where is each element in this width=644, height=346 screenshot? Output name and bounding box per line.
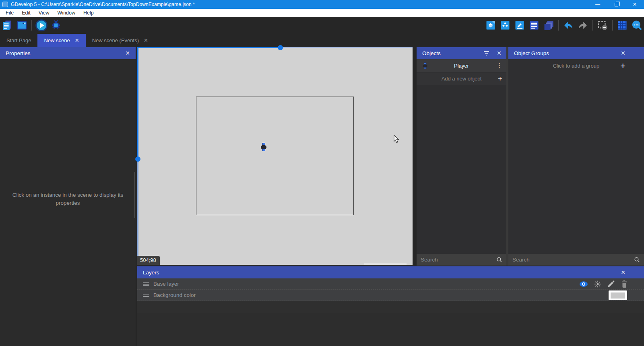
layer-effects-icon[interactable] [594,280,602,288]
color-swatch [611,292,625,299]
toolbar: 1:1 [0,17,644,34]
tab-start-page[interactable]: Start Page [0,34,37,47]
layers-panel-footer: Activate Windows Go to Settings to activ… [137,313,644,346]
tab-label: New scene [44,37,70,43]
delete-layer-trash-icon[interactable] [621,280,628,288]
groups-search-input[interactable] [512,257,640,263]
filter-icon[interactable] [483,51,489,56]
scrollbar-track [137,47,138,159]
titlebar: GDevelop 5 - C:\Users\Sparkle\OneDrive\D… [0,0,644,9]
scrollbar-thumb[interactable] [135,157,140,162]
toolbar-separator [612,20,613,31]
close-icon[interactable]: ✕ [621,269,625,276]
preview-button[interactable] [34,18,49,33]
open-object-groups-panel-button[interactable] [498,18,512,33]
groups-search-bar [508,254,644,266]
tab-label: Start Page [6,37,31,43]
close-icon[interactable]: ✕ [125,50,130,56]
scrollbar-thumb[interactable] [278,45,283,50]
panel-title: Object Groups [514,50,549,56]
vertical-scrollbar[interactable] [137,47,138,265]
menu-edit[interactable]: Edit [18,9,35,17]
layer-name: Base layer [153,281,179,287]
layer-row-base[interactable]: Base layer [137,278,644,290]
tab-label: New scene (Events) [92,37,139,43]
tab-new-scene-events[interactable]: New scene (Events) ✕ [86,34,155,47]
toolbar-separator [558,20,559,31]
undo-button[interactable] [561,18,576,33]
tab-close-icon[interactable]: ✕ [144,37,148,43]
open-layers-panel-button[interactable] [541,18,556,33]
objects-list-empty-area [417,85,506,254]
object-list-item-player[interactable]: Player ⋮ [417,59,506,72]
minimize-button[interactable]: — [588,0,607,9]
player-instance[interactable] [261,143,266,151]
properties-panel-icon [514,20,525,31]
scene-canvas[interactable]: 504;98 [137,47,413,265]
menu-view[interactable]: View [35,9,54,17]
close-button[interactable]: ✕ [625,0,644,9]
layer-name: Background color [153,292,196,298]
objects-panel-header: Objects ✕ [417,47,506,59]
objects-search-bar [417,254,506,266]
start-page-button[interactable] [14,18,29,33]
add-new-object-button[interactable]: Add a new object + [417,72,506,85]
close-icon: ✕ [633,2,637,7]
menu-help[interactable]: Help [79,9,98,17]
background-color-picker[interactable] [609,290,627,300]
open-properties-panel-button[interactable] [512,18,527,33]
menu-file[interactable]: File [2,9,18,17]
layers-panel-header: Layers ✕ [137,266,644,278]
gdevelop-logo-icon [2,2,8,7]
properties-panel-header: Properties ✕ [0,47,136,59]
add-group-button[interactable]: Click to add a group + [508,59,644,72]
game-window-bounds [196,97,354,215]
edit-layer-pencil-icon[interactable] [607,280,615,288]
menubar: File Edit View Window Help [0,9,644,17]
objects-panel: Objects ✕ Player ⋮ Add a new object + [417,47,506,266]
close-icon[interactable]: ✕ [497,50,502,56]
zoom-reset-button[interactable]: 1:1 [630,18,644,33]
panel-title: Properties [6,50,31,56]
open-objects-panel-button[interactable] [483,18,498,33]
player-sprite-feet [262,149,265,151]
kebab-menu-icon[interactable]: ⋮ [496,62,502,69]
drag-handle-icon[interactable] [143,282,149,286]
menu-window[interactable]: Window [54,9,79,17]
tab-close-icon[interactable]: ✕ [75,37,79,43]
tab-new-scene[interactable]: New scene ✕ [37,34,85,47]
objects-search-input[interactable] [421,257,502,263]
horizontal-scrollbar[interactable] [137,47,413,48]
open-instances-list-panel-button[interactable] [527,18,541,33]
scrollbar-track [281,47,413,48]
toggle-grid-button[interactable] [615,18,630,33]
window-title: GDevelop 5 - C:\Users\Sparkle\OneDrive\D… [11,2,195,7]
layers-panel: Layers ✕ Base layer [137,266,644,346]
object-name: Player [417,63,506,69]
object-groups-panel-icon [500,20,511,31]
scrollbar-thumb[interactable] [364,263,407,265]
groups-list-empty-area [508,72,644,254]
project-manager-icon [2,20,13,31]
cursor-coordinates-badge: 504;98 [137,256,160,265]
search-icon [496,256,503,263]
undo-icon [563,20,574,31]
window-controls: — ✕ [588,0,644,9]
svg-text:1:1: 1:1 [634,23,639,27]
project-manager-button[interactable] [0,18,14,33]
debug-bug-icon [50,19,62,31]
debug-button[interactable] [49,18,63,33]
scrollbar-track [137,159,138,265]
deselect-button[interactable] [595,18,610,33]
panel-title: Objects [422,50,441,56]
visibility-eye-icon[interactable] [579,281,588,287]
instances-list-panel-icon [528,20,540,31]
close-icon[interactable]: ✕ [621,50,625,56]
layer-row-background[interactable]: Background color [137,290,644,301]
scrollbar-track [137,47,281,48]
scrollbar[interactable] [134,172,135,218]
drag-handle-icon[interactable] [143,294,149,297]
restore-button[interactable] [607,0,625,9]
properties-panel: Properties ✕ Click on an instance in the… [0,47,136,346]
redo-button[interactable] [576,18,590,33]
